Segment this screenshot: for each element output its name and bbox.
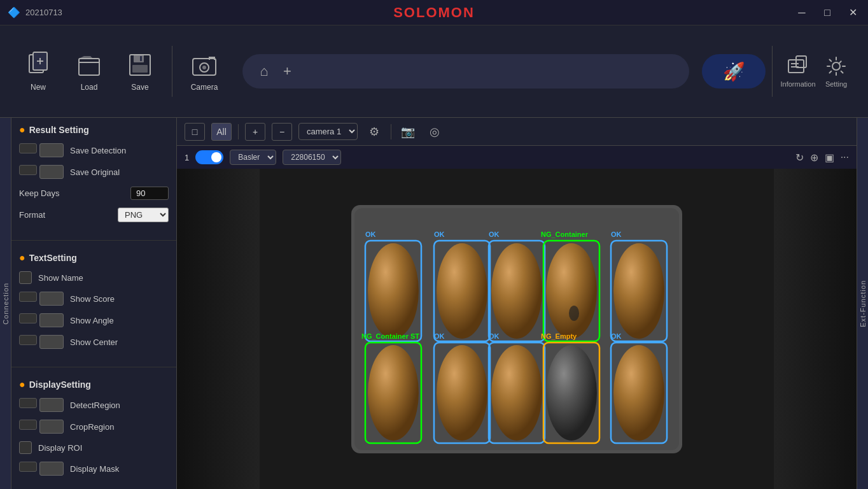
svg-rect-6: [134, 55, 144, 62]
show-angle-row: Show Angle: [19, 312, 169, 329]
crop-region-toggle-2[interactable]: [39, 420, 64, 434]
format-row: Format PNG JPG BMP: [19, 206, 169, 223]
collapse-icon: ●: [19, 124, 25, 136]
camera-more-icon[interactable]: ···: [841, 152, 849, 163]
display-roi-checkbox[interactable]: [19, 441, 32, 454]
crop-region-row: CropRegion: [19, 418, 169, 435]
save-detection-label: Save Detection: [70, 146, 169, 155]
information-button[interactable]: Information: [779, 55, 817, 88]
keep-days-row: Keep Days: [19, 185, 169, 201]
connection-tab-label: Connection: [2, 283, 10, 325]
view-rect-button[interactable]: □: [185, 123, 205, 141]
show-name-checkbox[interactable]: [19, 271, 32, 284]
camera-enable-toggle[interactable]: [195, 150, 223, 164]
run-button[interactable]: 🚀: [702, 54, 766, 89]
format-dropdown[interactable]: PNG JPG BMP: [118, 208, 169, 222]
connection-tab[interactable]: Connection: [0, 118, 11, 489]
crop-region-toggle-1[interactable]: [19, 420, 37, 430]
show-score-toggle-2[interactable]: [39, 292, 64, 306]
save-detection-toggle-1[interactable]: [19, 143, 37, 153]
svg-text:OK: OK: [434, 332, 445, 340]
display-mask-toggle-2[interactable]: [39, 462, 64, 476]
display-setting-section: ● DisplaySetting DetectRegion CropRegion: [11, 372, 176, 488]
show-center-toggle-1[interactable]: [19, 335, 37, 345]
left-dark-panel: [177, 169, 260, 489]
svg-rect-4: [79, 59, 99, 75]
cam-divider-1: [238, 124, 239, 139]
camera-refresh-icon[interactable]: ↻: [795, 152, 804, 164]
title-bar: 🔷 20210713 SOLOMON ─ □ ✕: [0, 0, 868, 25]
divider-2: [11, 367, 176, 367]
display-collapse-icon: ●: [19, 379, 25, 390]
detect-region-toggle-2[interactable]: [39, 398, 64, 412]
text-collapse-icon: ●: [19, 252, 25, 264]
save-detection-toggle-2[interactable]: [39, 143, 64, 157]
app-name: SOLOMON: [393, 4, 475, 21]
detect-region-toggle-1[interactable]: [19, 398, 37, 408]
show-score-toggle-1[interactable]: [19, 292, 37, 302]
camera-button[interactable]: Camera: [179, 36, 230, 106]
svg-text:OK: OK: [434, 230, 445, 238]
target-button[interactable]: ◎: [424, 123, 445, 141]
svg-point-25: [491, 243, 542, 339]
svg-text:OK: OK: [489, 332, 500, 340]
svg-text:NG_Container: NG_Container: [541, 230, 589, 238]
home-icon[interactable]: ⌂: [253, 60, 276, 83]
setting-icon: [825, 55, 848, 78]
svg-point-32: [613, 243, 664, 339]
main-content: Connection ● Result Setting Save Detecti…: [0, 118, 868, 489]
save-detection-row: Save Detection: [19, 142, 169, 159]
camera-brand-select[interactable]: Basler: [230, 150, 276, 165]
show-name-label: Show Name: [38, 273, 169, 283]
divider-1: [11, 240, 176, 241]
show-name-row: Show Name: [19, 270, 169, 285]
maximize-button[interactable]: □: [820, 5, 835, 20]
display-roi-label: Display ROI: [38, 443, 169, 453]
camera-header-bar: 1 Basler 22806150 ↻ ⊕ ▣ ···: [177, 146, 857, 169]
new-icon: [24, 51, 52, 79]
show-score-toggles: [19, 292, 64, 306]
setting-button[interactable]: Setting: [817, 55, 855, 88]
display-setting-header: ● DisplaySetting: [19, 379, 169, 390]
save-original-toggle-1[interactable]: [19, 165, 37, 175]
show-center-toggle-2[interactable]: [39, 335, 64, 349]
svg-rect-8: [140, 56, 142, 61]
show-angle-label: Show Angle: [70, 316, 169, 325]
toolbar: New Load Save Camera ⌂ + 🚀: [0, 25, 868, 118]
show-score-label: Show Score: [70, 294, 169, 304]
capture-button[interactable]: 📷: [398, 123, 418, 141]
save-icon: [126, 51, 154, 79]
refresh-settings-button[interactable]: ⚙: [364, 123, 384, 141]
cam-divider-2: [391, 124, 391, 139]
svg-point-28: [546, 243, 597, 339]
keep-days-input[interactable]: [130, 187, 169, 200]
show-angle-toggle-1[interactable]: [19, 313, 37, 323]
camera-select[interactable]: camera 1 camera 2: [298, 123, 358, 140]
crop-region-toggles: [19, 420, 64, 434]
display-roi-row: Display ROI: [19, 440, 169, 455]
view-all-button[interactable]: All: [211, 123, 232, 141]
show-angle-toggle-2[interactable]: [39, 313, 64, 327]
save-button[interactable]: Save: [115, 36, 165, 106]
add-tab-button[interactable]: +: [283, 63, 291, 80]
svg-point-35: [368, 345, 419, 441]
save-detection-toggles: [19, 143, 64, 157]
show-center-toggles: [19, 335, 64, 349]
new-button[interactable]: New: [13, 36, 64, 106]
detect-region-label: DetectRegion: [70, 400, 169, 410]
display-mask-toggle-1[interactable]: [19, 462, 37, 472]
camera-display-icon[interactable]: ▣: [825, 152, 834, 164]
crop-region-label: CropRegion: [70, 422, 169, 432]
load-icon: [75, 51, 103, 79]
load-button[interactable]: Load: [64, 36, 115, 106]
ext-function-tab[interactable]: Ext-Function: [857, 118, 868, 489]
text-setting-title: TextSetting: [29, 253, 77, 263]
save-original-toggle-2[interactable]: [39, 165, 64, 179]
camera-crosshair-icon[interactable]: ⊕: [810, 152, 818, 164]
minimize-button[interactable]: ─: [794, 5, 809, 20]
add-camera-button[interactable]: +: [245, 123, 265, 141]
camera-id-select[interactable]: 22806150: [283, 150, 341, 165]
close-button[interactable]: ✕: [845, 5, 860, 20]
camera-viewport: 1 Basler 22806150 ↻ ⊕ ▣ ···: [177, 146, 857, 489]
remove-camera-button[interactable]: −: [272, 123, 292, 141]
